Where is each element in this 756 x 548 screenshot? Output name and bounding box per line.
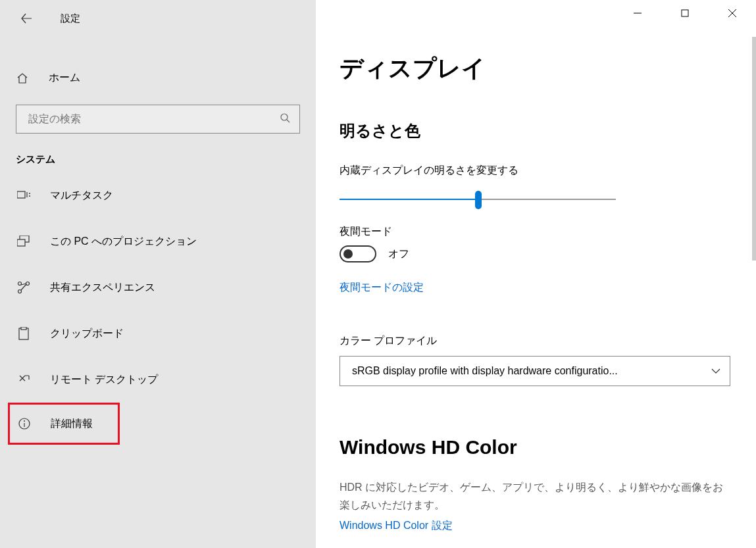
color-profile-dropdown[interactable]: sRGB display profile with display hardwa… [340,356,730,386]
main-content: ディスプレイ 明るさと色 内蔵ディスプレイの明るさを変更する 夜間モード オフ … [316,0,756,548]
svg-rect-7 [17,239,25,246]
nav-label: マルチタスク [50,189,113,203]
multitask-icon [17,190,30,201]
search-box[interactable] [16,105,300,134]
night-mode-toggle[interactable] [340,245,376,262]
hd-color-settings-link[interactable]: Windows HD Color 設定 [340,519,453,533]
night-mode-settings-link[interactable]: 夜間モードの設定 [340,281,424,295]
search-icon [280,112,290,126]
slider-thumb[interactable] [475,191,482,209]
page-title: ディスプレイ [340,53,732,85]
nav-remote[interactable]: リモート デスクトップ [0,357,316,403]
section-label: システム [16,153,316,166]
back-arrow-icon [20,12,32,24]
close-button[interactable] [709,0,756,26]
svg-line-1 [287,120,290,122]
minimize-button[interactable] [614,0,661,26]
nav-label: 共有エクスペリエンス [50,281,155,295]
nav-shared[interactable]: 共有エクスペリエンス [0,264,316,311]
svg-rect-14 [21,327,26,330]
night-mode-label: 夜間モード [340,225,732,239]
hd-color-section: Windows HD Color HDR に対応したビデオ、ゲーム、アプリで、よ… [340,436,732,548]
chevron-down-icon [711,365,720,377]
maximize-icon [681,9,689,17]
brightness-label: 内蔵ディスプレイの明るさを変更する [340,164,732,178]
nav-multitask[interactable]: マルチタスク [0,172,316,218]
nav-label: 詳細情報 [51,417,93,431]
nav-label: リモート デスクトップ [50,373,158,387]
svg-point-5 [29,195,30,197]
home-label: ホーム [49,71,80,85]
app-title: 設定 [61,12,80,25]
home-nav[interactable]: ホーム [0,63,316,93]
color-profile-label: カラー プロファイル [340,334,732,348]
nav-label: クリップボード [50,327,124,341]
svg-point-10 [18,290,22,293]
svg-point-8 [18,282,22,286]
hd-color-title: Windows HD Color [340,436,732,459]
window-controls [614,0,756,26]
back-button[interactable] [20,12,33,25]
nav-clipboard[interactable]: クリップボード [0,311,316,357]
svg-rect-2 [17,191,25,198]
main-panel: ディスプレイ 明るさと色 内蔵ディスプレイの明るさを変更する 夜間モード オフ … [316,0,756,548]
nav-label: この PC へのプロジェクション [50,235,197,249]
slider-track-fill [340,199,478,200]
nav-projection[interactable]: この PC へのプロジェクション [0,218,316,264]
svg-point-4 [29,193,30,194]
svg-rect-19 [682,10,688,16]
brightness-slider[interactable] [340,191,616,209]
maximize-button[interactable] [661,0,709,26]
color-profile-value: sRGB display profile with display hardwa… [352,365,711,377]
nav-about[interactable]: 詳細情報 [8,403,120,445]
projection-icon [17,236,30,247]
info-icon [18,417,31,430]
remote-icon [17,373,30,386]
svg-line-12 [21,284,26,290]
share-icon [17,281,30,294]
brightness-section-title: 明るさと色 [340,120,732,141]
sidebar-header: 設定 [0,0,316,37]
clipboard-icon [17,327,30,340]
night-mode-state: オフ [388,247,409,261]
home-icon [16,72,29,85]
scrollbar[interactable] [752,37,756,261]
search-input[interactable] [28,113,280,125]
svg-point-9 [26,282,30,286]
night-mode-row: オフ [340,245,732,262]
close-icon [728,9,737,18]
svg-point-16 [24,420,25,422]
toggle-knob [343,249,353,259]
hd-color-description: HDR に対応したビデオ、ゲーム、アプリで、より明るく、より鮮やかな画像をお楽し… [340,478,732,514]
minimize-icon [634,9,642,17]
svg-point-0 [281,114,288,120]
sidebar: 設定 ホーム システム マルチタスク [0,0,316,548]
